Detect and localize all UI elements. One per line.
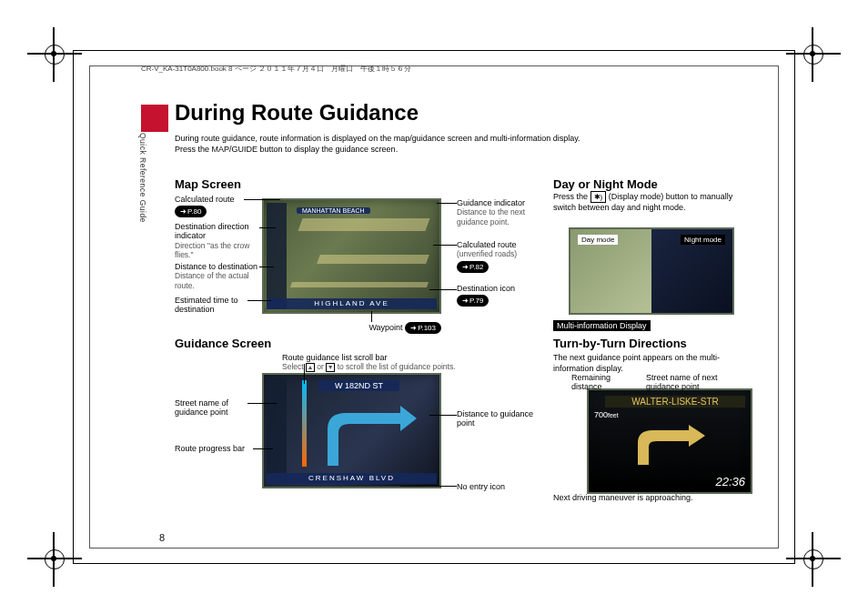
intro-line-2: Press the MAP/GUIDE button to display th… — [175, 145, 398, 154]
turn-arrow-icon — [318, 402, 428, 475]
map-hud-sidebar — [267, 203, 287, 309]
label-waypoint: Waypoint P.103 — [332, 320, 441, 334]
day-night-paragraph: Press the ✱) (Display mode) button to ma… — [553, 191, 753, 214]
badge-multi-info-display: Multi-information Display — [553, 320, 651, 331]
print-slug: CR-V_KA-31T0A800.book 8 ページ ２０１１年７月４日 月曜… — [141, 64, 411, 74]
map-road-icon — [290, 282, 429, 287]
label-scroll-bar: Route guidance list scroll bar Select ▲ … — [282, 353, 491, 372]
turn-by-turn-thumbnail: WALTER-LISKE-STR 700feet 22:36 — [587, 388, 752, 494]
label-eta: Estimated time to destination — [175, 296, 257, 315]
label-calc-unverified: Calculated route (unverified roads) P.82 — [457, 240, 543, 273]
intro-line-1: During route guidance, route information… — [175, 134, 580, 143]
page-ref-icon: P.80 — [175, 206, 207, 217]
heading-map-screen: Map Screen — [175, 177, 241, 191]
label-next-street-name: Street name of next guidance point — [646, 373, 737, 392]
guidance-screen-thumbnail: W 182ND ST CRENSHAW BLVD — [262, 373, 441, 488]
label-no-entry-icon: No entry icon — [457, 482, 534, 491]
guidance-hud-sidebar — [267, 377, 287, 484]
map-street-label-bottom: HIGHLAND AVE — [267, 298, 437, 309]
route-progress-bar-icon — [302, 380, 307, 467]
page-ref-icon: P.82 — [457, 261, 489, 273]
heading-accent-bar — [141, 105, 168, 132]
manual-page: CR-V_KA-31T0A800.book 8 ページ ２０１１年７月４日 月曜… — [0, 0, 868, 614]
label-dest-direction: Destination direction indicator Directio… — [175, 222, 261, 260]
guidance-street-label-top: W 182ND ST — [318, 380, 399, 391]
label-next-maneuver: Next driving maneuver is approaching. — [553, 493, 753, 502]
heading-guidance-screen: Guidance Screen — [175, 337, 271, 350]
page-number: 8 — [159, 532, 165, 543]
side-tab-label: Quick Reference Guide — [135, 133, 147, 223]
map-road-icon — [298, 218, 429, 231]
crop-mark-icon — [27, 532, 82, 587]
map-screen-thumbnail: MANHATTAN BEACH HIGHLAND AVE — [262, 198, 441, 314]
label-route-progress: Route progress bar — [175, 444, 252, 453]
day-night-thumbnail: Day mode Night mode — [569, 227, 734, 315]
label-calculated-route: Calculated route P.80 — [175, 195, 257, 217]
map-street-label-top: MANHATTAN BEACH — [297, 207, 370, 214]
remaining-distance-value: 700feet — [594, 410, 619, 419]
turn-by-turn-paragraph: The next guidance point appears on the m… — [553, 353, 753, 374]
maneuver-arrow-icon — [634, 425, 707, 468]
heading-day-night: Day or Night Mode — [553, 177, 658, 191]
crop-mark-icon — [786, 27, 841, 82]
day-mode-tag: Day mode — [578, 235, 618, 245]
crop-mark-icon — [786, 532, 841, 587]
page-ref-icon: P.79 — [457, 295, 489, 307]
page-ref-icon: P.103 — [405, 322, 441, 334]
crop-mark-icon — [27, 27, 82, 82]
clock-display: 22:36 — [715, 475, 745, 488]
label-street-name: Street name of guidance point — [175, 398, 252, 418]
label-distance-to-dest: Distance to destination Distance of the … — [175, 262, 261, 291]
down-arrow-button-icon: ▼ — [326, 363, 335, 372]
guidance-street-label-bottom: CRENSHAW BLVD — [267, 473, 437, 484]
label-distance-to-point: Distance to guidance point — [457, 409, 534, 428]
night-mode-tag: Night mode — [681, 235, 725, 245]
label-remaining-distance: Remaining distance — [571, 373, 626, 392]
intro-text: During route guidance, route information… — [175, 133, 757, 155]
next-street-name: WALTER-LISKE-STR — [605, 396, 745, 408]
label-guidance-indicator: Guidance indicator Distance to the next … — [457, 198, 543, 227]
map-road-icon — [317, 255, 429, 264]
up-arrow-button-icon: ▲ — [306, 363, 315, 372]
label-destination-icon: Destination icon P.79 — [457, 284, 543, 307]
page-title: During Route Guidance — [175, 100, 419, 126]
heading-turn-by-turn: Turn-by-Turn Directions — [553, 337, 687, 350]
display-mode-button-icon: ✱) — [590, 191, 607, 203]
